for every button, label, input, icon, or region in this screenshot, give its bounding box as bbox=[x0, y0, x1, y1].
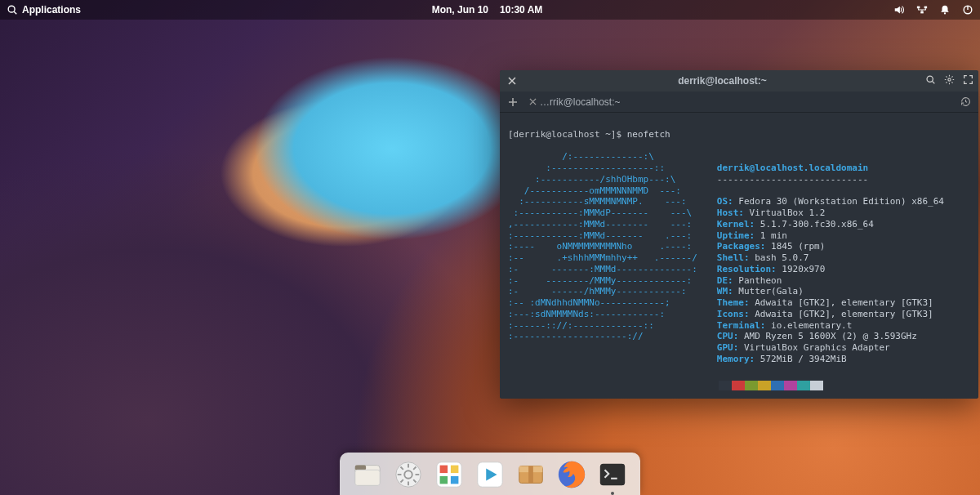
neofetch-info-row: Host: VirtualBox 1.2 bbox=[717, 207, 944, 219]
software-icon bbox=[515, 459, 546, 490]
gear-icon bbox=[944, 74, 955, 85]
neofetch-value: io.elementary.t bbox=[771, 320, 852, 331]
neofetch-value: AMD Ryzen 5 1600X (2) @ 3.593GHz bbox=[744, 331, 917, 341]
applications-label: Applications bbox=[22, 4, 81, 16]
svg-rect-27 bbox=[440, 476, 448, 484]
neofetch-label: GPU: bbox=[717, 342, 744, 353]
notifications-indicator[interactable] bbox=[939, 4, 951, 16]
neofetch-label: WM: bbox=[717, 286, 739, 297]
neofetch-info-row: DE: Pantheon bbox=[717, 275, 944, 287]
neofetch-info-row: CPU: AMD Ryzen 5 1600X (2) @ 3.593GHz bbox=[717, 331, 944, 342]
dock-item-appcenter[interactable] bbox=[433, 458, 466, 491]
neofetch-info-row: Packages: 1845 (rpm) bbox=[717, 241, 944, 252]
music-icon bbox=[474, 459, 506, 490]
palette-swatch bbox=[719, 381, 732, 390]
dock-item-software[interactable] bbox=[514, 458, 547, 491]
panel-date[interactable]: Mon, Jun 10 bbox=[432, 4, 488, 16]
tab-history-button[interactable] bbox=[957, 94, 973, 110]
svg-rect-13 bbox=[355, 470, 380, 485]
palette-swatch bbox=[771, 381, 784, 390]
window-maximize-button[interactable] bbox=[963, 74, 973, 87]
neofetch-label: Icons: bbox=[717, 309, 755, 319]
neofetch-info-row: Resolution: 1920x970 bbox=[717, 264, 944, 275]
network-indicator[interactable] bbox=[916, 4, 928, 16]
neofetch-value: Pantheon bbox=[738, 275, 782, 286]
neofetch-label: Uptime: bbox=[717, 230, 760, 241]
firefox-icon bbox=[556, 459, 587, 490]
dock bbox=[340, 453, 640, 495]
neofetch-value: Adwaita [GTK2], elementary [GTK3] bbox=[755, 309, 933, 319]
top-panel: Applications Mon, Jun 10 10:30 AM bbox=[0, 0, 980, 20]
dock-item-files[interactable] bbox=[351, 458, 384, 491]
neofetch-label: Terminal: bbox=[717, 320, 771, 331]
neofetch-info-row: Kernel: 5.1.7-300.fc30.x86_64 bbox=[717, 219, 944, 230]
neofetch-info-row: Icons: Adwaita [GTK2], elementary [GTK3] bbox=[717, 309, 944, 320]
svg-rect-26 bbox=[451, 466, 459, 474]
window-close-button[interactable] bbox=[505, 74, 519, 88]
terminal-titlebar[interactable]: derrik@localhost:~ bbox=[500, 70, 978, 91]
svg-point-0 bbox=[8, 6, 15, 12]
neofetch-value: bash 5.0.7 bbox=[755, 252, 808, 263]
svg-point-10 bbox=[948, 78, 951, 81]
svg-point-8 bbox=[927, 76, 933, 82]
svg-point-5 bbox=[944, 12, 946, 14]
terminal-menu-button[interactable] bbox=[944, 74, 955, 87]
neofetch-label: Resolution: bbox=[717, 264, 782, 274]
neofetch-value: 572MiB / 3942MiB bbox=[760, 354, 847, 364]
plus-icon bbox=[508, 97, 518, 107]
terminal-search-button[interactable] bbox=[925, 74, 936, 87]
search-icon bbox=[925, 74, 936, 85]
dock-item-firefox[interactable] bbox=[555, 458, 588, 491]
neofetch-info-row: GPU: VirtualBox Graphics Adapter bbox=[717, 342, 944, 354]
terminal-tab-label: …rrik@localhost:~ bbox=[540, 96, 621, 108]
sound-indicator[interactable] bbox=[893, 4, 905, 16]
applications-menu[interactable]: Applications bbox=[7, 4, 81, 16]
neofetch-info-row: Theme: Adwaita [GTK2], elementary [GTK3] bbox=[717, 297, 944, 309]
shell-prompt: [derrik@localhost ~]$ bbox=[508, 129, 621, 140]
neofetch-label: Shell: bbox=[717, 252, 755, 263]
terminal-output[interactable]: [derrik@localhost ~]$ neofetch /:-------… bbox=[500, 113, 978, 399]
neofetch-label: CPU: bbox=[717, 331, 744, 341]
svg-rect-28 bbox=[451, 476, 459, 484]
maximize-icon bbox=[963, 74, 973, 85]
neofetch-info-row: Memory: 572MiB / 3942MiB bbox=[717, 354, 944, 365]
neofetch-info-row: Terminal: io.elementary.t bbox=[717, 320, 944, 332]
terminal-tab[interactable]: …rrik@localhost:~ bbox=[526, 96, 624, 108]
neofetch-label: OS: bbox=[717, 196, 739, 207]
svg-rect-25 bbox=[440, 466, 448, 474]
neofetch-info-row: WM: Mutter(Gala) bbox=[717, 286, 944, 297]
svg-rect-33 bbox=[528, 466, 533, 484]
neofetch-value: 5.1.7-300.fc30.x86_64 bbox=[760, 219, 874, 230]
dock-item-music[interactable] bbox=[474, 458, 506, 491]
session-indicator[interactable] bbox=[962, 4, 973, 16]
terminal-window[interactable]: derrik@localhost:~ …rrik@localhost:~ [de… bbox=[500, 70, 978, 399]
neofetch-separator: ---------------------------- bbox=[717, 174, 944, 185]
palette-swatch bbox=[810, 381, 823, 390]
svg-line-1 bbox=[14, 11, 16, 14]
terminal-icon bbox=[597, 459, 628, 490]
svg-rect-3 bbox=[924, 7, 928, 9]
power-icon bbox=[962, 4, 973, 16]
neofetch-value: 1920x970 bbox=[782, 264, 825, 274]
svg-rect-4 bbox=[920, 11, 924, 14]
appcenter-icon bbox=[434, 459, 465, 490]
neofetch-info: derrik@localhost.localdomain -----------… bbox=[717, 151, 944, 399]
palette-swatch bbox=[745, 381, 758, 390]
svg-rect-12 bbox=[355, 466, 366, 470]
history-icon bbox=[960, 96, 971, 107]
new-tab-button[interactable] bbox=[505, 94, 521, 110]
palette-swatch bbox=[732, 381, 745, 390]
dock-item-terminal[interactable] bbox=[596, 458, 629, 491]
neofetch-label: Memory: bbox=[717, 354, 760, 364]
panel-time[interactable]: 10:30 AM bbox=[500, 4, 542, 16]
dock-item-system-settings[interactable] bbox=[392, 458, 425, 491]
bell-icon bbox=[939, 4, 951, 16]
palette-swatch bbox=[797, 381, 810, 390]
files-icon bbox=[352, 459, 383, 490]
volume-icon bbox=[893, 4, 905, 16]
svg-line-9 bbox=[933, 82, 935, 84]
close-icon[interactable] bbox=[529, 98, 537, 105]
close-icon bbox=[508, 77, 516, 85]
terminal-tabbar: …rrik@localhost:~ bbox=[500, 91, 978, 113]
neofetch-header: derrik@localhost.localdomain bbox=[717, 163, 868, 173]
